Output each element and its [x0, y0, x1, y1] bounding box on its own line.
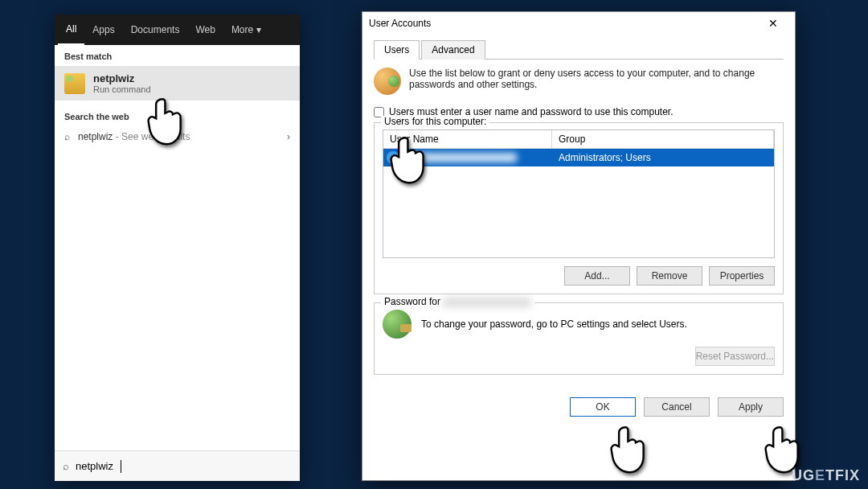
dialog-title: User Accounts [369, 18, 431, 29]
watermark: UGETFIX [792, 467, 860, 484]
user-accounts-dialog: User Accounts ✕ Users Advanced Use the l… [362, 11, 796, 481]
username-redacted [404, 153, 517, 162]
search-icon: ⌕ [63, 460, 69, 472]
search-input-box[interactable]: ⌕ netplwiz [55, 450, 300, 481]
password-user-redacted [443, 298, 531, 307]
result-title: netplwiz [93, 72, 151, 84]
web-term: netplwiz [78, 131, 113, 142]
dialog-tabstrip: Users Advanced [374, 39, 784, 60]
cancel-button[interactable]: Cancel [644, 397, 710, 417]
users-group: Users for this computer: User Name Group… [374, 122, 784, 294]
start-search-panel: All Apps Documents Web More ▾ Best match… [55, 14, 300, 481]
result-subtitle: Run command [93, 84, 151, 94]
chevron-down-icon: ▾ [256, 24, 261, 35]
dialog-info-text: Use the list below to grant or deny user… [409, 68, 784, 95]
tab-advanced[interactable]: Advanced [421, 40, 485, 60]
web-result-row[interactable]: ⌕ netplwiz - See web results › [55, 126, 300, 147]
search-tab-web[interactable]: Web [187, 14, 223, 45]
user-row-selected[interactable]: Administrators; Users [383, 149, 774, 166]
best-match-result[interactable]: netplwiz Run command [55, 66, 300, 101]
best-match-header: Best match [55, 45, 300, 66]
netplwiz-icon [64, 73, 85, 94]
search-tab-documents[interactable]: Documents [123, 14, 188, 45]
search-input-value: netplwiz [76, 460, 113, 472]
search-tabstrip: All Apps Documents Web More ▾ [55, 14, 300, 45]
apply-button[interactable]: Apply [718, 397, 784, 417]
remove-button[interactable]: Remove [637, 266, 702, 286]
search-icon: ⌕ [64, 131, 70, 142]
text-caret [121, 460, 121, 473]
key-user-icon [383, 310, 411, 339]
add-button[interactable]: Add... [564, 266, 630, 286]
search-tab-more[interactable]: More ▾ [223, 14, 269, 45]
user-row-group: Administrators; Users [552, 152, 774, 163]
password-hint: To change your password, go to PC settin… [421, 318, 687, 330]
search-tab-all[interactable]: All [58, 14, 84, 45]
properties-button[interactable]: Properties [709, 266, 775, 286]
dialog-titlebar[interactable]: User Accounts ✕ [362, 12, 795, 35]
users-icon [374, 68, 401, 95]
search-tab-apps[interactable]: Apps [84, 14, 122, 45]
tab-users[interactable]: Users [374, 40, 420, 60]
user-avatar-icon [387, 151, 399, 164]
password-group-legend: Password for [381, 296, 534, 307]
ok-button[interactable]: OK [570, 397, 636, 417]
col-group[interactable]: Group [552, 130, 774, 148]
chevron-right-icon: › [287, 131, 290, 142]
search-web-header: Search the web [55, 101, 300, 126]
password-group: Password for To change your password, go… [374, 302, 784, 375]
user-list[interactable]: User Name Group Administrators; Users [383, 129, 775, 258]
reset-password-button: Reset Password... [695, 347, 775, 366]
user-list-header: User Name Group [383, 130, 774, 149]
users-group-legend: Users for this computer: [381, 116, 489, 127]
web-suffix: - See web results [113, 131, 190, 142]
close-button[interactable]: ✕ [758, 12, 788, 35]
col-username[interactable]: User Name [383, 130, 552, 148]
